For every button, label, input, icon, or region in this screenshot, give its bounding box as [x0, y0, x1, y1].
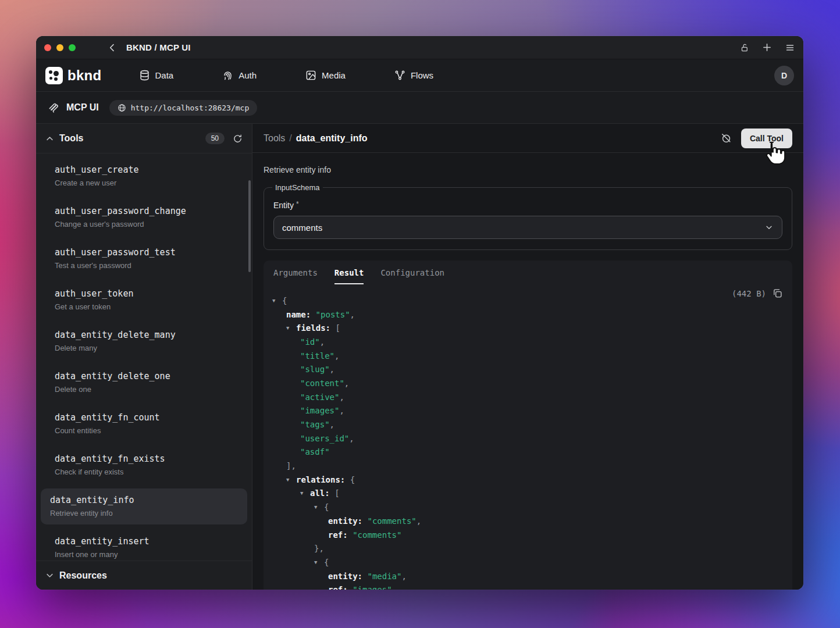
tool-list-item[interactable]: data_entity_fn_existsCheck if entity exi…: [41, 447, 247, 483]
database-icon: [139, 70, 150, 81]
nav-item-label: Media: [322, 70, 346, 80]
input-schema-fieldset: InputSchema Entity* comments: [264, 183, 792, 250]
nav-item-media[interactable]: Media: [305, 70, 346, 81]
json-line: ▼fields: [: [268, 321, 783, 335]
tool-description: Test a user's password: [55, 261, 233, 270]
tool-name: data_entity_insert: [55, 536, 233, 547]
lock-icon[interactable]: [741, 43, 749, 52]
chevron-down-icon: [764, 223, 774, 232]
minimize-button[interactable]: [56, 44, 63, 51]
window-titlebar: BKND / MCP UI: [36, 36, 803, 59]
top-navbar: bknd Data Auth Media Flows D: [36, 59, 803, 92]
mcp-ui-title: MCP UI: [66, 102, 99, 113]
brand-name: bknd: [67, 67, 102, 84]
tool-name: data_entity_info: [50, 495, 238, 505]
resources-section-header[interactable]: Resources: [36, 561, 252, 590]
user-avatar[interactable]: D: [774, 66, 794, 85]
json-line: ],: [268, 459, 783, 473]
tool-list-item[interactable]: auth_user_tokenGet a user token: [41, 282, 247, 318]
eye-off-button[interactable]: [721, 133, 732, 144]
new-tab-button[interactable]: [762, 42, 772, 52]
mcp-url: http://localhost:28623/mcp: [131, 104, 250, 112]
json-result-view: ▼{name: "posts",▼fields: ["id","title","…: [264, 284, 792, 590]
tab-configuration[interactable]: Configuration: [380, 268, 444, 284]
tool-list-item[interactable]: auth_user_createCreate a new user: [41, 158, 247, 194]
eye-off-icon: [721, 133, 732, 144]
back-button[interactable]: [105, 41, 119, 55]
tool-detail-body: Retrieve entity info InputSchema Entity*…: [252, 153, 803, 590]
json-line: "content",: [268, 376, 783, 390]
media-icon: [305, 70, 316, 81]
json-line: "asdf": [268, 445, 783, 459]
refresh-icon: [233, 134, 243, 144]
mcp-ui-bar: MCP UI http://localhost:28623/mcp: [36, 92, 803, 124]
resources-section-label: Resources: [59, 570, 107, 581]
result-panel: ArgumentsResultConfiguration (442 B) ▼{n…: [264, 261, 792, 590]
collapse-arrow-icon[interactable]: ▼: [314, 559, 324, 565]
tool-list-item[interactable]: data_entity_infoRetrieve entity info: [41, 488, 247, 524]
tool-list-item[interactable]: auth_user_password_changeChange a user's…: [41, 199, 247, 236]
tool-description: Check if entity exists: [55, 468, 233, 476]
tool-list-item[interactable]: data_entity_delete_oneDelete one: [41, 365, 247, 401]
copy-icon: [773, 288, 782, 298]
result-size-label: (442 B): [732, 289, 766, 298]
close-button[interactable]: [44, 44, 51, 51]
collapse-arrow-icon[interactable]: ▼: [286, 477, 296, 483]
collapse-arrow-icon[interactable]: ▼: [286, 325, 296, 331]
sidebar-scrollbar[interactable]: [248, 180, 251, 272]
tool-name: auth_user_create: [55, 165, 233, 175]
json-line: ▼{: [268, 555, 783, 569]
mcp-url-pill[interactable]: http://localhost:28623/mcp: [109, 100, 258, 116]
menu-button[interactable]: [785, 43, 795, 52]
hamburger-icon: [785, 43, 795, 52]
json-line: entity: "comments",: [268, 514, 783, 528]
nav-item-auth[interactable]: Auth: [222, 70, 257, 81]
tools-section-header[interactable]: Tools 50: [36, 124, 252, 153]
tool-list-item[interactable]: data_entity_fn_countCount entities: [41, 406, 247, 442]
entity-select-value: comments: [282, 223, 322, 233]
zoom-button[interactable]: [69, 44, 76, 51]
nav-item-label: Auth: [239, 70, 257, 80]
tool-description: Change a user's password: [55, 220, 233, 229]
tools-count-badge: 50: [205, 133, 225, 144]
breadcrumb-section[interactable]: Tools: [264, 133, 285, 144]
tab-arguments[interactable]: Arguments: [273, 268, 318, 284]
tool-description: Create a new user: [55, 179, 233, 187]
tab-result[interactable]: Result: [334, 268, 364, 284]
refresh-tools-button[interactable]: [233, 134, 243, 144]
collapse-arrow-icon[interactable]: ▼: [272, 298, 282, 304]
entity-field-label: Entity*: [273, 200, 782, 210]
json-line: ▼{: [268, 500, 783, 514]
call-tool-button[interactable]: Call Tool: [741, 129, 792, 148]
collapse-arrow-icon[interactable]: ▼: [314, 504, 324, 510]
required-marker: *: [296, 200, 299, 208]
brand-logo[interactable]: bknd: [45, 67, 102, 84]
json-line: ▼all: [: [268, 487, 783, 501]
nav-item-flows[interactable]: Flows: [394, 70, 433, 81]
copy-result-button[interactable]: [773, 288, 782, 298]
tool-list-item[interactable]: data_entity_delete_manyDelete many: [41, 323, 247, 359]
plus-icon: [762, 42, 772, 52]
json-line: "images",: [268, 404, 783, 418]
breadcrumb-tool-name: data_entity_info: [296, 133, 368, 144]
flows-icon: [394, 70, 405, 81]
globe-icon: [118, 104, 126, 112]
mcp-logo-icon: [48, 102, 59, 113]
entity-select[interactable]: comments: [273, 216, 782, 239]
json-line: ▼relations: {: [268, 473, 783, 487]
json-line: "slug",: [268, 362, 783, 376]
collapse-arrow-icon[interactable]: ▼: [300, 490, 310, 496]
json-line: name: "posts",: [268, 308, 783, 322]
app-window: BKND / MCP UI bknd Data: [36, 36, 803, 590]
tool-name: auth_user_password_change: [55, 206, 233, 216]
breadcrumb-separator: /: [289, 133, 291, 144]
fingerprint-icon: [222, 70, 233, 81]
tool-list-item[interactable]: data_entity_insertInsert one or many: [41, 530, 247, 561]
tool-list-item[interactable]: auth_user_password_testTest a user's pas…: [41, 241, 247, 277]
json-line: },: [268, 541, 783, 555]
tool-name: data_entity_fn_exists: [55, 454, 233, 464]
nav-item-label: Flows: [411, 70, 433, 80]
chevron-down-icon: [45, 571, 54, 580]
json-line: "users_id",: [268, 431, 783, 445]
nav-item-data[interactable]: Data: [139, 70, 174, 81]
